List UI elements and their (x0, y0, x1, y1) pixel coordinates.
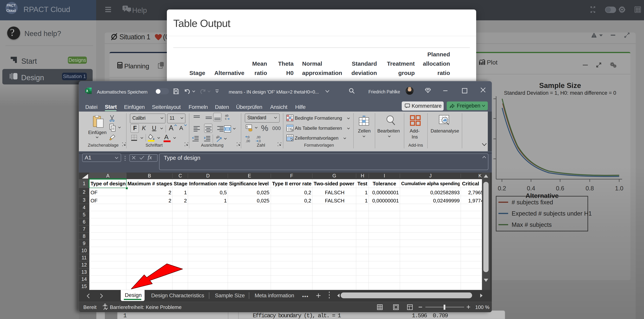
svg-text:Sample Size: Sample Size (539, 81, 581, 89)
svg-text:Standard Deviation = 1, H0: me: Standard Deviation = 1, H0: mean differe… (504, 90, 616, 96)
svg-text:1.0: 1.0 (615, 185, 623, 192)
svg-text:# subjects fixed: # subjects fixed (512, 199, 553, 206)
svg-text:,0: ,0 (258, 139, 261, 143)
svg-text:0.2: 0.2 (498, 185, 506, 192)
svg-text:0.8: 0.8 (586, 185, 594, 192)
svg-text:Max # subjects: Max # subjects (512, 221, 552, 228)
svg-text:0.6: 0.6 (556, 185, 564, 192)
svg-text:ab: ab (216, 135, 220, 139)
svg-text:Alternative: Alternative (526, 192, 559, 199)
svg-text:,00: ,00 (256, 136, 260, 139)
svg-text:Expected # subjects under H1: Expected # subjects under H1 (512, 210, 592, 217)
svg-text:X: X (86, 89, 88, 93)
svg-text:0.4: 0.4 (527, 185, 535, 192)
svg-text:€: € (246, 125, 248, 128)
svg-text:,00: ,00 (246, 139, 250, 143)
svg-text:,0: ,0 (247, 136, 250, 139)
svg-text:ab: ab (225, 114, 228, 117)
svg-text:c: c (225, 117, 226, 120)
svg-text:?: ? (124, 6, 126, 10)
